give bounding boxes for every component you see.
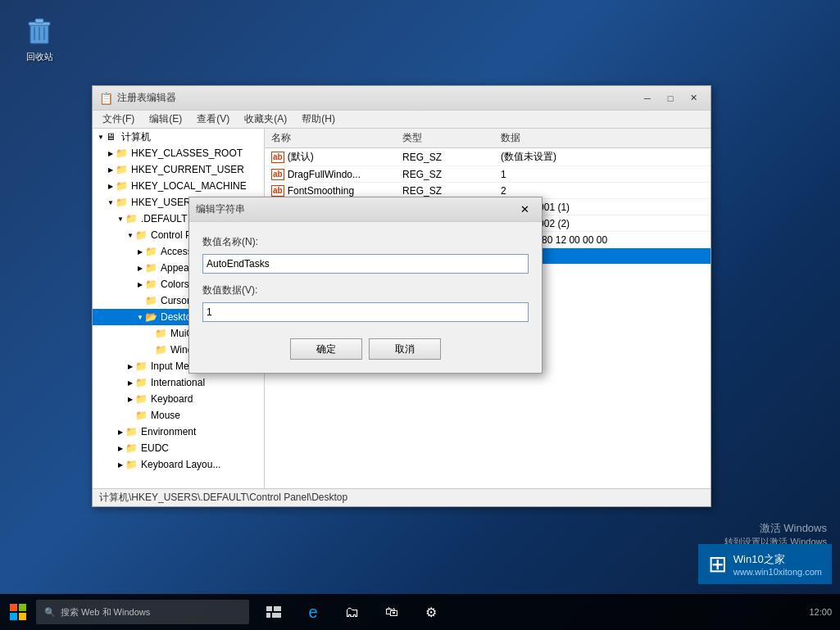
svg-rect-6 bbox=[10, 604, 17, 611]
start-button[interactable] bbox=[0, 594, 36, 630]
dialog-buttons: 确定 取消 bbox=[202, 338, 529, 360]
dialog-close-button[interactable]: ✕ bbox=[514, 202, 535, 218]
svg-rect-11 bbox=[274, 606, 281, 611]
edit-string-dialog: 编辑字符串 ✕ 数值名称(N): 数值数据(V): 确定 取消 bbox=[188, 197, 543, 374]
svg-rect-7 bbox=[19, 604, 26, 611]
dialog-overlay: 编辑字符串 ✕ 数值名称(N): 数值数据(V): 确定 取消 bbox=[0, 0, 840, 630]
dialog-body: 数值名称(N): 数值数据(V): 确定 取消 bbox=[189, 222, 542, 373]
edge-button[interactable]: e bbox=[295, 594, 331, 630]
search-icon: 🔍 bbox=[44, 607, 56, 618]
search-placeholder: 搜索 Web 和 Windows bbox=[61, 606, 150, 619]
explorer-button[interactable]: 🗂 bbox=[334, 594, 370, 630]
task-view-button[interactable] bbox=[256, 594, 292, 630]
dialog-titlebar: 编辑字符串 ✕ bbox=[189, 197, 542, 222]
ok-button[interactable]: 确定 bbox=[290, 338, 362, 360]
svg-rect-10 bbox=[266, 606, 272, 611]
app5-button[interactable]: ⚙ bbox=[413, 594, 449, 630]
svg-rect-9 bbox=[19, 613, 26, 620]
svg-rect-8 bbox=[10, 613, 17, 620]
taskbar: 🔍 搜索 Web 和 Windows e 🗂 🛍 ⚙ 12:00 bbox=[0, 594, 840, 630]
value-label: 数值数据(V): bbox=[202, 283, 529, 297]
store-button[interactable]: 🛍 bbox=[374, 594, 410, 630]
taskbar-tray: 12:00 bbox=[809, 607, 840, 617]
clock: 12:00 bbox=[809, 607, 832, 617]
dialog-title: 编辑字符串 bbox=[196, 202, 514, 216]
name-label: 数值名称(N): bbox=[202, 235, 529, 249]
search-bar[interactable]: 🔍 搜索 Web 和 Windows bbox=[36, 600, 249, 624]
svg-rect-13 bbox=[272, 613, 281, 618]
name-input[interactable] bbox=[202, 254, 529, 274]
desktop: 回收站 激活 Windows 转到设置以激活 Windows ⊞ Win10之家… bbox=[0, 0, 840, 630]
cancel-button[interactable]: 取消 bbox=[369, 338, 441, 360]
taskbar-apps: e 🗂 🛍 ⚙ bbox=[256, 594, 449, 630]
svg-rect-12 bbox=[266, 613, 270, 618]
value-input[interactable] bbox=[202, 302, 529, 322]
